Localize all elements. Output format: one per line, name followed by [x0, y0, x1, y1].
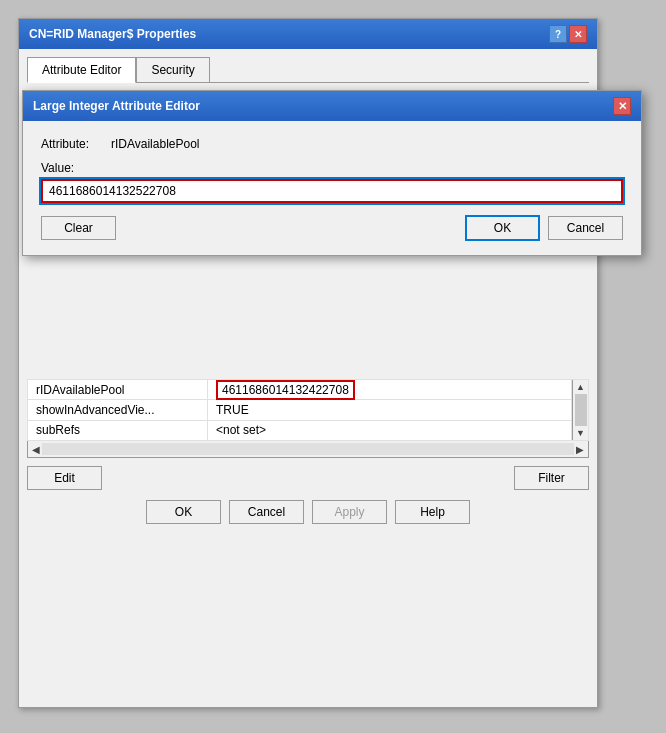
- tab-security[interactable]: Security: [136, 57, 209, 82]
- clear-button[interactable]: Clear: [41, 216, 116, 240]
- bottom-section: rIDAvailablePool 4611686014132422708 ▲ ▼…: [27, 379, 589, 524]
- bg-cancel-button[interactable]: Cancel: [229, 500, 304, 524]
- cancel-button[interactable]: Cancel: [548, 216, 623, 240]
- help-button[interactable]: ?: [549, 25, 567, 43]
- attribute-label: Attribute:: [41, 137, 111, 151]
- table-row[interactable]: subRefs <not set>: [28, 420, 589, 440]
- attr-value: TRUE: [208, 400, 572, 420]
- bg-titlebar: CN=RID Manager$ Properties ? ✕: [19, 19, 597, 49]
- attr-name: showInAdvancedVie...: [28, 400, 208, 420]
- bg-apply-button[interactable]: Apply: [312, 500, 387, 524]
- edit-button[interactable]: Edit: [27, 466, 102, 490]
- ok-button[interactable]: OK: [465, 215, 540, 241]
- dialog-titlebar: Large Integer Attribute Editor ✕: [23, 91, 641, 121]
- value-input[interactable]: [41, 179, 623, 203]
- attr-value: <not set>: [208, 420, 572, 440]
- filter-button[interactable]: Filter: [514, 466, 589, 490]
- bg-window-title: CN=RID Manager$ Properties: [29, 27, 196, 41]
- table-row[interactable]: showInAdvancedVie... TRUE: [28, 400, 589, 420]
- attr-name: subRefs: [28, 420, 208, 440]
- value-input-row: Value:: [41, 161, 623, 203]
- attr-name: rIDAvailablePool: [28, 380, 208, 400]
- bg-ok-button[interactable]: OK: [146, 500, 221, 524]
- dialog-button-row: Clear OK Cancel: [41, 215, 623, 241]
- bg-titlebar-controls: ? ✕: [549, 25, 587, 43]
- value-label: Value:: [41, 161, 623, 175]
- tab-attribute-editor[interactable]: Attribute Editor: [27, 57, 136, 83]
- attribute-name-value: rIDAvailablePool: [111, 137, 200, 151]
- attr-value: 4611686014132422708: [208, 380, 572, 400]
- bottom-attributes-table: rIDAvailablePool 4611686014132422708 ▲ ▼…: [27, 379, 589, 441]
- bg-help-button[interactable]: Help: [395, 500, 470, 524]
- close-button[interactable]: ✕: [569, 25, 587, 43]
- highlighted-value: 4611686014132422708: [216, 380, 355, 400]
- large-integer-dialog: Large Integer Attribute Editor ✕ Attribu…: [22, 90, 642, 256]
- dialog-title: Large Integer Attribute Editor: [33, 99, 200, 113]
- dialog-close-button[interactable]: ✕: [613, 97, 631, 115]
- dialog-body: Attribute: rIDAvailablePool Value: Clear…: [23, 121, 641, 255]
- table-row[interactable]: rIDAvailablePool 4611686014132422708 ▲ ▼: [28, 380, 589, 400]
- tab-bar: Attribute Editor Security: [27, 57, 589, 83]
- dialog-attribute-row: Attribute: rIDAvailablePool: [41, 137, 623, 151]
